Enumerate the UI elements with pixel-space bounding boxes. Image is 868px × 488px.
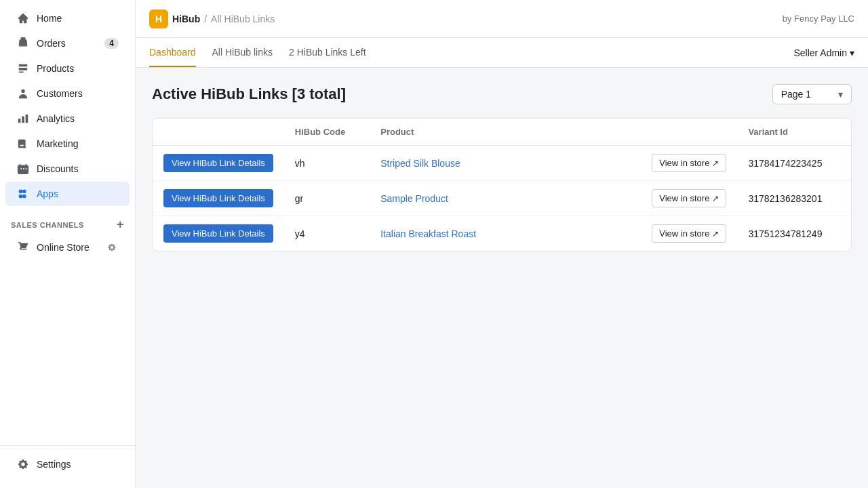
by-label: by Fency Pay LLC <box>783 14 854 24</box>
col-action <box>153 119 284 146</box>
sidebar-item-marketing-label: Marketing <box>37 138 119 149</box>
add-sales-channel-icon[interactable]: + <box>117 218 124 232</box>
page-label: Page 1 <box>781 89 811 100</box>
page-dropdown[interactable]: Page 1 ▾ <box>772 84 852 104</box>
logo-text: H <box>155 14 162 24</box>
row-3-variant-id-cell: 31751234781249 <box>737 216 851 251</box>
sidebar-item-settings-label: Settings <box>37 459 119 470</box>
sidebar-item-online-store-label: Online Store <box>37 242 98 253</box>
sidebar-item-customers[interactable]: Customers <box>5 81 130 106</box>
content-area: Active HiBub Links [3 total] Page 1 ▾ Hi… <box>136 68 868 488</box>
view-in-store-label-2: View in store <box>659 193 709 203</box>
sidebar-item-marketing[interactable]: Marketing <box>5 131 130 156</box>
svg-rect-0 <box>19 45 28 47</box>
row-2-variant-id-cell: 31782136283201 <box>737 181 851 216</box>
chevron-down-icon: ▾ <box>850 47 854 58</box>
view-in-store-label-3: View in store <box>659 228 709 239</box>
sidebar-item-settings[interactable]: Settings <box>5 452 130 476</box>
analytics-icon <box>16 112 30 125</box>
view-in-store-label-1: View in store <box>659 158 709 168</box>
topbar-page-title: All HiBub Links <box>211 14 275 24</box>
topbar: H HiBub / All HiBub Links by Fency Pay L… <box>136 0 868 38</box>
sidebar-item-home-label: Home <box>37 13 119 24</box>
subnav-dashboard[interactable]: Dashboard <box>149 39 196 67</box>
sidebar-item-customers-label: Customers <box>37 88 119 99</box>
view-in-store-button-1[interactable]: View in store ↗ <box>652 154 726 172</box>
hibub-links-table: HiBub Code Product Variant Id View HiBub… <box>152 118 852 251</box>
app-name: HiBub <box>172 14 200 24</box>
row-3-action-cell: View HiBub Link Details <box>153 216 284 251</box>
view-link-details-button-1[interactable]: View HiBub Link Details <box>163 154 273 172</box>
orders-icon <box>16 37 30 50</box>
external-link-icon: ↗ <box>712 229 719 239</box>
row-2-action-cell: View HiBub Link Details <box>153 181 284 216</box>
product-link-3[interactable]: Italian Breakfast Roast <box>380 228 476 239</box>
subnav-links-left[interactable]: 2 HiBub Links Left <box>289 39 366 67</box>
row-3-code-cell: y4 <box>284 216 370 251</box>
subnav: Dashboard All HiBub links 2 HiBub Links … <box>136 38 868 68</box>
orders-badge: 4 <box>104 38 119 49</box>
content-header: Active HiBub Links [3 total] Page 1 ▾ <box>152 84 852 104</box>
marketing-icon <box>16 137 30 150</box>
sales-channels-label: SALES CHANNELS <box>11 221 84 229</box>
sidebar-item-orders[interactable]: Orders 4 <box>5 31 130 56</box>
view-in-store-button-2[interactable]: View in store ↗ <box>652 189 726 207</box>
topbar-left: H HiBub / All HiBub Links <box>149 9 275 28</box>
row-1-product-cell: Striped Silk Blouse <box>370 146 641 181</box>
online-store-icon <box>16 241 30 254</box>
sidebar-item-apps-label: Apps <box>37 188 119 199</box>
table-row: View HiBub Link Details y4 Italian Break… <box>153 216 851 251</box>
settings-icon <box>16 458 30 471</box>
product-link-1[interactable]: Striped Silk Blouse <box>380 158 460 169</box>
row-3-view-store-cell: View in store ↗ <box>641 216 737 251</box>
sidebar-item-discounts-label: Discounts <box>37 163 119 174</box>
row-2-view-store-cell: View in store ↗ <box>641 181 737 216</box>
main-panel: H HiBub / All HiBub Links by Fency Pay L… <box>136 0 868 488</box>
row-1-variant-id-cell: 31784174223425 <box>737 146 851 181</box>
sidebar-item-apps[interactable]: Apps <box>5 182 130 206</box>
view-link-details-button-2[interactable]: View HiBub Link Details <box>163 189 273 207</box>
home-icon <box>16 12 30 25</box>
row-1-view-store-cell: View in store ↗ <box>641 146 737 181</box>
seller-admin-button[interactable]: Seller Admin ▾ <box>793 47 854 58</box>
online-store-settings-icon[interactable] <box>105 241 119 254</box>
view-link-details-button-3[interactable]: View HiBub Link Details <box>163 224 273 243</box>
row-1-action-cell: View HiBub Link Details <box>153 146 284 181</box>
external-link-icon: ↗ <box>712 194 719 203</box>
apps-icon <box>16 187 30 201</box>
row-1-code-cell: vh <box>284 146 370 181</box>
app-logo: H <box>149 9 168 28</box>
sidebar-item-analytics-label: Analytics <box>37 113 119 124</box>
table-row: View HiBub Link Details gr Sample Produc… <box>153 181 851 216</box>
row-3-product-cell: Italian Breakfast Roast <box>370 216 641 251</box>
topbar-right: by Fency Pay LLC <box>783 14 854 24</box>
subnav-all-links[interactable]: All HiBub links <box>212 39 273 67</box>
sidebar-item-analytics[interactable]: Analytics <box>5 106 130 131</box>
products-icon <box>16 62 30 75</box>
col-variant-id: Variant Id <box>737 119 851 146</box>
breadcrumb-separator: / <box>204 14 207 24</box>
sales-channels-header: SALES CHANNELS + <box>0 207 135 235</box>
sidebar-item-online-store[interactable]: Online Store <box>5 235 130 260</box>
seller-admin-label: Seller Admin <box>793 47 847 58</box>
col-view-store <box>641 119 737 146</box>
external-link-icon: ↗ <box>712 159 719 168</box>
sidebar-item-products[interactable]: Products <box>5 56 130 81</box>
sidebar-item-orders-label: Orders <box>37 38 98 49</box>
chevron-down-icon: ▾ <box>838 89 843 100</box>
col-hibub-code: HiBub Code <box>284 119 370 146</box>
sidebar: Home Orders 4 Products Customers <box>0 0 136 488</box>
table-header-row: HiBub Code Product Variant Id <box>153 119 851 146</box>
sidebar-item-home[interactable]: Home <box>5 6 130 30</box>
product-link-2[interactable]: Sample Product <box>380 193 448 204</box>
sidebar-item-products-label: Products <box>37 63 119 74</box>
row-2-code-cell: gr <box>284 181 370 216</box>
col-product: Product <box>370 119 641 146</box>
table-row: View HiBub Link Details vh Striped Silk … <box>153 146 851 181</box>
row-2-product-cell: Sample Product <box>370 181 641 216</box>
customers-icon <box>16 87 30 100</box>
view-in-store-button-3[interactable]: View in store ↗ <box>652 224 726 243</box>
discounts-icon <box>16 162 30 176</box>
subnav-left: Dashboard All HiBub links 2 HiBub Links … <box>149 39 366 67</box>
sidebar-item-discounts[interactable]: Discounts <box>5 157 130 181</box>
